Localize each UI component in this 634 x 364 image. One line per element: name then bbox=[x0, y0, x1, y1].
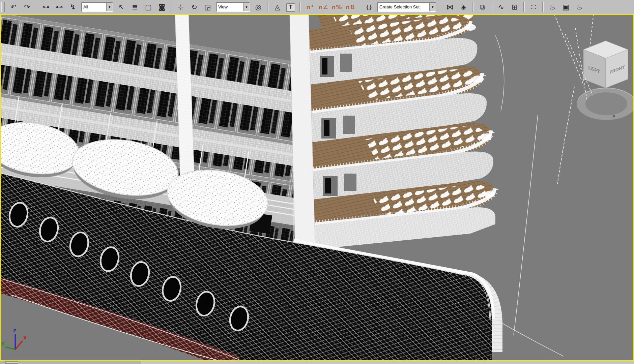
viewport-label[interactable]: Perspective bbox=[7, 18, 33, 24]
bind-to-space-warp-button[interactable]: ↯ bbox=[67, 1, 79, 13]
time-slider-track[interactable] bbox=[141, 361, 634, 364]
main-toolbar: ↶ ↷ ⊶ ⊷ ↯ All ▼ ↖ ≣ ▢ ◙ ⊹ ↻ ◲ View ▼ ◎ ◬… bbox=[0, 0, 634, 14]
selection-filter-dropdown[interactable]: All ▼ bbox=[81, 2, 113, 12]
snap-toggle-3d-button[interactable]: ∩³ bbox=[304, 1, 316, 13]
select-and-manipulate-button[interactable]: ◬ bbox=[271, 1, 283, 13]
named-selection-sets-dropdown[interactable]: Create Selection Set ▼ bbox=[377, 2, 436, 12]
angle-snap-toggle-button[interactable]: ∩∠ bbox=[317, 1, 329, 13]
select-and-move-button[interactable]: ⊹ bbox=[175, 1, 187, 13]
material-editor-button[interactable]: ∷ bbox=[527, 1, 540, 13]
time-slider-strip[interactable] bbox=[0, 361, 634, 364]
axis-z-label: Z bbox=[13, 328, 16, 333]
separator bbox=[171, 2, 172, 12]
select-object-button[interactable]: ↖ bbox=[115, 1, 127, 13]
perspective-viewport[interactable]: LEFT FRONT Perspective Z X y bbox=[0, 14, 634, 361]
separator bbox=[440, 2, 441, 12]
coord-system-value: View bbox=[217, 4, 243, 9]
select-and-scale-button[interactable]: ◲ bbox=[202, 1, 214, 13]
render-setup-button[interactable]: ♨ bbox=[546, 1, 558, 13]
rendered-frame-window-button[interactable]: ▣ bbox=[560, 1, 572, 13]
scene-canvas[interactable]: LEFT FRONT Perspective Z X y bbox=[1, 15, 633, 360]
reference-coordinate-system-dropdown[interactable]: View ▼ bbox=[216, 2, 250, 12]
selection-filter-value: All bbox=[82, 4, 106, 9]
quick-render-button[interactable]: ♨ bbox=[573, 1, 585, 13]
window-crossing-toggle-button[interactable]: ◙ bbox=[156, 1, 168, 13]
select-by-name-button[interactable]: ≣ bbox=[129, 1, 141, 13]
redo-button[interactable]: ↷ bbox=[21, 1, 33, 13]
time-slider-handle[interactable] bbox=[5, 361, 18, 364]
chevron-down-icon[interactable]: ▼ bbox=[429, 3, 436, 11]
select-and-link-button[interactable]: ⊶ bbox=[40, 1, 52, 13]
separator bbox=[542, 2, 544, 12]
toolbar-grip[interactable] bbox=[1, 2, 5, 12]
separator bbox=[523, 2, 525, 12]
stern-decks bbox=[294, 15, 495, 251]
separator bbox=[267, 2, 268, 12]
percent-snap-toggle-button[interactable]: ∩% bbox=[330, 1, 343, 13]
separator bbox=[299, 2, 301, 12]
unlink-selection-button[interactable]: ⊷ bbox=[53, 1, 65, 13]
axis-y-label: y bbox=[2, 340, 4, 346]
edit-named-selection-sets-button[interactable]: {} bbox=[363, 1, 375, 13]
select-and-rotate-button[interactable]: ↻ bbox=[188, 1, 200, 13]
spinner-snap-toggle-button[interactable]: ∩⇅ bbox=[344, 1, 356, 13]
mirror-button[interactable]: ⋈ bbox=[444, 1, 456, 13]
curve-editor-button[interactable]: ∿ bbox=[495, 1, 507, 13]
chevron-down-icon[interactable]: ▼ bbox=[243, 3, 250, 11]
layer-manager-button[interactable]: ⧉ bbox=[476, 1, 488, 13]
rectangular-selection-region-button[interactable]: ▢ bbox=[142, 1, 154, 13]
align-button[interactable]: ◈ bbox=[457, 1, 469, 13]
separator bbox=[491, 2, 492, 12]
chevron-down-icon[interactable]: ▼ bbox=[106, 3, 113, 11]
schematic-view-button[interactable]: ⊞ bbox=[509, 1, 521, 13]
separator bbox=[472, 2, 473, 12]
axis-x-label: X bbox=[23, 335, 27, 340]
keyboard-shortcut-override-button[interactable]: T bbox=[285, 1, 297, 13]
undo-button[interactable]: ↶ bbox=[7, 1, 20, 13]
use-pivot-point-center-button[interactable]: ◎ bbox=[252, 1, 264, 13]
named-selection-sets-value: Create Selection Set bbox=[378, 4, 429, 9]
separator bbox=[359, 2, 360, 12]
separator bbox=[36, 2, 37, 12]
